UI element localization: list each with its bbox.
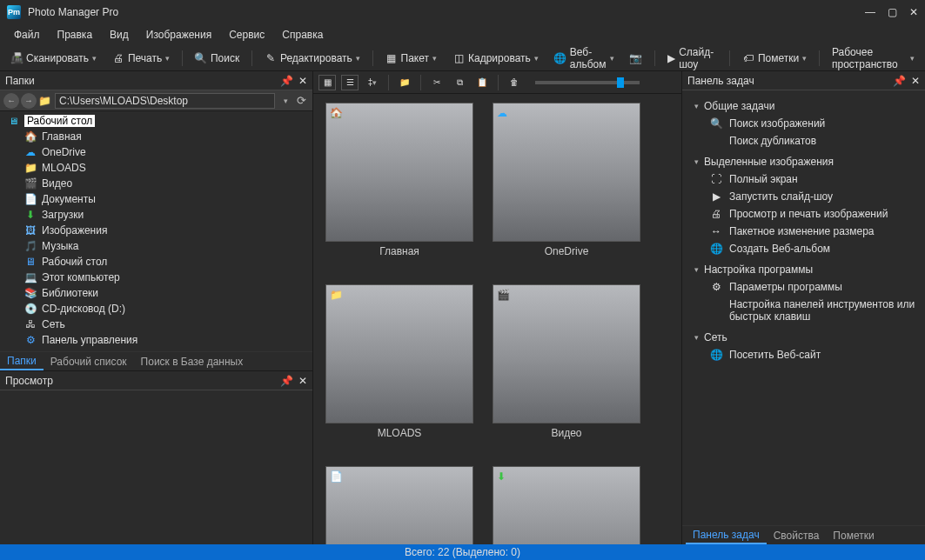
tree-item[interactable]: 🎬Видео	[17, 176, 312, 191]
menu-service[interactable]: Сервис	[222, 27, 271, 43]
task-group-header[interactable]: Общие задачи	[694, 97, 918, 115]
home-icon: 🏠	[24, 130, 37, 143]
task-item[interactable]: 🖨Просмотр и печать изображений	[694, 205, 918, 223]
task-item[interactable]: ↔Пакетное изменение размера	[694, 223, 918, 240]
pin-icon[interactable]: 📌	[893, 75, 906, 87]
menu-view[interactable]: Вид	[103, 27, 136, 43]
task-item[interactable]: ▶Запустить слайд-шоу	[694, 188, 918, 205]
close-panel-icon[interactable]: ✕	[911, 75, 920, 87]
sort-button[interactable]: ‡	[364, 75, 381, 90]
print-icon: 🖨	[710, 208, 722, 220]
pin-icon[interactable]: 📌	[280, 375, 293, 387]
task-item[interactable]: ⚙Параметры программы	[694, 278, 918, 296]
edit-button[interactable]: ✎Редактировать	[259, 50, 365, 66]
tree-item[interactable]: 🖧Сеть	[17, 317, 312, 332]
thumbnail[interactable]: 🎬Видео	[493, 284, 640, 454]
image-icon: 🖼	[24, 224, 37, 237]
video-icon: 🎬	[497, 289, 509, 301]
toolbar-separator	[819, 50, 820, 66]
view-grid-button[interactable]: ▦	[318, 75, 336, 90]
menu-images[interactable]: Изображения	[139, 27, 218, 43]
tree-item[interactable]: 🖥Рабочий стол	[17, 254, 312, 270]
thumbnail-caption: MLOADS	[325, 427, 473, 439]
task-item[interactable]: 🌐Посетить Веб-сайт	[694, 346, 918, 363]
thumbnail[interactable]: ⬇	[493, 466, 640, 544]
task-item[interactable]: Поиск дубликатов	[694, 132, 918, 150]
delete-button[interactable]: 🗑	[506, 75, 523, 90]
task-item[interactable]: Настройка панелей инструментов или быстр…	[694, 296, 918, 325]
tree-item[interactable]: 📚Библиотеки	[17, 285, 312, 301]
crop-button[interactable]: ◫Кадрировать	[447, 50, 544, 66]
tree-item-label: Этот компьютер	[42, 271, 120, 283]
close-panel-icon[interactable]: ✕	[298, 375, 307, 387]
tasks-panel-title: Панель задач	[687, 75, 754, 87]
toolbar-separator	[420, 75, 421, 90]
new-folder-button[interactable]: 📁	[396, 75, 413, 90]
webalbum-button[interactable]: 🌐Веб-альбом	[549, 44, 620, 72]
workspace-button[interactable]: Рабочее пространство	[827, 44, 920, 72]
minimize-button[interactable]: —	[865, 6, 875, 18]
thumbnail-caption: OneDrive	[493, 245, 640, 257]
search-icon: 🔍	[195, 52, 207, 64]
crop-icon: ◫	[452, 52, 465, 64]
path-dropdown[interactable]: ▾	[279, 97, 292, 105]
tree-item[interactable]: 📄Документы	[17, 191, 312, 207]
tab-worklist[interactable]: Рабочий список	[44, 352, 134, 370]
task-item-label: Пакетное изменение размера	[729, 225, 875, 237]
close-panel-icon[interactable]: ✕	[298, 75, 307, 87]
thumbnail[interactable]: 🏠Главная	[325, 103, 473, 272]
refresh-button[interactable]: ⟳	[293, 93, 309, 109]
tags-button[interactable]: 🏷Пометки	[737, 50, 812, 66]
path-input[interactable]: C:\Users\MLOADS\Desktop	[55, 93, 275, 109]
tab-dbsearch[interactable]: Поиск в Базе данных	[134, 352, 251, 370]
menu-help[interactable]: Справка	[275, 27, 330, 43]
tree-item[interactable]: ☁OneDrive	[17, 144, 312, 160]
tab-properties[interactable]: Свойства	[767, 526, 827, 544]
back-button[interactable]: ←	[3, 93, 19, 109]
batch-button[interactable]: ▦Пакет	[380, 50, 442, 66]
tree-item[interactable]: 🏠Главная	[17, 129, 312, 144]
tab-tags[interactable]: Пометки	[826, 526, 881, 544]
thumbnail[interactable]: 📄	[325, 466, 473, 544]
task-group-header[interactable]: Сеть	[694, 329, 918, 346]
music-icon: 🎵	[24, 240, 37, 252]
tree-item[interactable]: 🎵Музыка	[17, 238, 312, 254]
tree-item[interactable]: 💻Этот компьютер	[17, 270, 312, 285]
slideshow-button[interactable]: ▶Слайд-шоу	[661, 44, 722, 72]
tree-item[interactable]: ⚙Панель управления	[17, 332, 312, 348]
menu-file[interactable]: Файл	[7, 27, 47, 43]
search-button[interactable]: 🔍Поиск	[190, 50, 245, 66]
tree-item[interactable]: 💿CD-дисковод (D:)	[17, 301, 312, 317]
tree-root[interactable]: 🖥 Рабочий стол	[0, 113, 312, 129]
copy-button[interactable]: ⧉	[451, 75, 468, 90]
pin-icon[interactable]: 📌	[280, 75, 293, 87]
tree-item[interactable]: 🖼Изображения	[17, 223, 312, 238]
task-group-header[interactable]: Выделенные изображения	[694, 153, 918, 170]
thumbnail[interactable]: ☁OneDrive	[493, 103, 640, 272]
task-item[interactable]: 🔍Поиск изображений	[694, 115, 918, 132]
scan-button[interactable]: 📠Сканировать	[5, 50, 102, 66]
thumbnail[interactable]: 📁MLOADS	[325, 284, 473, 454]
view-list-button[interactable]: ☰	[341, 75, 359, 90]
menu-edit[interactable]: Правка	[50, 27, 100, 43]
tree-item[interactable]: ⬇Загрузки	[17, 207, 312, 223]
paste-button[interactable]: 📋	[473, 75, 491, 90]
cloud-icon: ☁	[24, 146, 37, 158]
tab-taskpanel[interactable]: Панель задач	[686, 526, 767, 544]
task-item[interactable]: 🌐Создать Веб-альбом	[694, 240, 918, 257]
print-button[interactable]: 🖨Печать	[107, 50, 175, 66]
forward-button[interactable]: →	[21, 93, 37, 109]
batch-icon: ▦	[385, 52, 398, 64]
camera-button[interactable]: 📷	[625, 50, 647, 66]
task-group-header[interactable]: Настройка программы	[694, 261, 918, 278]
task-item-label: Параметры программы	[729, 281, 842, 293]
close-button[interactable]: ✕	[909, 6, 918, 18]
tab-folders[interactable]: Папки	[0, 352, 44, 370]
task-item[interactable]: ⛶Полный экран	[694, 170, 918, 188]
preview-panel-title: Просмотр	[5, 375, 53, 387]
tree-item[interactable]: 📁MLOADS	[17, 160, 312, 176]
cut-button[interactable]: ✂	[428, 75, 446, 90]
tree-item-label: CD-дисковод (D:)	[42, 303, 125, 315]
thumb-size-slider[interactable]	[535, 81, 640, 84]
maximize-button[interactable]: ▢	[888, 6, 897, 18]
